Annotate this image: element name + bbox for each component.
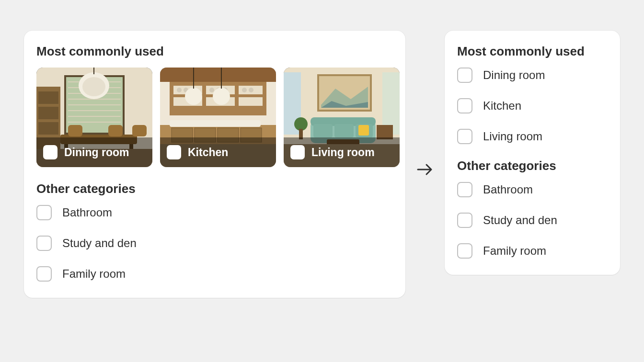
list-item-label: Family room	[483, 244, 546, 258]
svg-point-43	[213, 88, 230, 105]
section-title-other: Other categories	[36, 181, 393, 196]
list-item-bathroom[interactable]: Bathroom	[457, 182, 608, 197]
svg-rect-12	[38, 91, 58, 104]
checkbox-bathroom[interactable]	[36, 205, 52, 220]
section-title-common: Most commonly used	[457, 44, 608, 59]
svg-point-34	[177, 88, 182, 92]
checkbox-living-room[interactable]	[457, 129, 472, 144]
svg-rect-22	[108, 125, 123, 136]
svg-rect-62	[358, 125, 369, 136]
list-item-label: Family room	[62, 267, 126, 281]
list-item-study-and-den[interactable]: Study and den	[36, 236, 393, 251]
list-item-family-room[interactable]: Family room	[457, 243, 608, 259]
svg-rect-13	[38, 107, 58, 119]
svg-point-16	[82, 77, 105, 96]
checkbox-family-room[interactable]	[36, 266, 52, 282]
checkbox-dining-room[interactable]	[43, 145, 58, 159]
thumbnail-dining-room[interactable]: Dining room	[36, 68, 152, 167]
section-title-other: Other categories	[457, 158, 608, 173]
common-categories-list: Dining room Kitchen Living room	[457, 68, 608, 144]
thumbnail-label: Living room	[311, 146, 375, 159]
thumbnail-label: Kitchen	[188, 146, 228, 159]
list-item-study-and-den[interactable]: Study and den	[457, 213, 608, 228]
list-item-label: Study and den	[483, 214, 557, 227]
checkbox-study-and-den[interactable]	[457, 213, 472, 228]
checkbox-dining-room[interactable]	[457, 68, 472, 83]
card-plain-list: Most commonly used Dining room Kitchen L…	[445, 31, 620, 275]
checkbox-living-room[interactable]	[290, 145, 305, 159]
arrow-icon	[417, 31, 433, 308]
svg-point-42	[185, 88, 202, 105]
list-item-family-room[interactable]: Family room	[36, 266, 393, 282]
list-item-label: Kitchen	[483, 99, 521, 113]
checkbox-kitchen[interactable]	[167, 145, 181, 159]
svg-point-65	[294, 117, 308, 131]
thumbnail-kitchen[interactable]: Kitchen	[160, 68, 276, 167]
list-item-living-room[interactable]: Living room	[457, 129, 608, 144]
thumbnail-overlay: Living room	[284, 137, 400, 167]
checkbox-study-and-den[interactable]	[36, 236, 52, 251]
checkbox-bathroom[interactable]	[457, 182, 472, 197]
thumbnail-overlay: Dining room	[36, 137, 152, 167]
list-item-dining-room[interactable]: Dining room	[457, 68, 608, 83]
svg-rect-23	[132, 125, 147, 136]
thumbnail-label: Dining room	[64, 146, 129, 159]
list-item-label: Dining room	[483, 68, 545, 82]
svg-rect-26	[160, 68, 276, 82]
other-categories-list: Bathroom Study and den Family room	[457, 182, 608, 259]
other-categories-list: Bathroom Study and den Family room	[36, 205, 393, 282]
svg-rect-33	[239, 97, 263, 106]
list-item-label: Bathroom	[62, 206, 112, 219]
svg-rect-21	[68, 125, 82, 136]
svg-rect-14	[38, 122, 58, 135]
svg-rect-59	[313, 124, 333, 137]
list-item-bathroom[interactable]: Bathroom	[36, 205, 393, 220]
svg-point-40	[242, 88, 247, 92]
svg-rect-60	[334, 124, 354, 137]
list-item-label: Living room	[483, 130, 542, 143]
section-title-common: Most commonly used	[36, 44, 393, 59]
list-item-label: Bathroom	[483, 183, 533, 196]
thumbnail-row: Dining room	[36, 68, 393, 167]
checkbox-kitchen[interactable]	[457, 98, 472, 113]
svg-point-41	[249, 88, 253, 92]
thumbnail-overlay: Kitchen	[160, 137, 276, 167]
thumbnail-living-room[interactable]: Living room	[284, 68, 400, 167]
checkbox-family-room[interactable]	[457, 243, 472, 259]
card-with-thumbnails: Most commonly used	[24, 31, 405, 298]
list-item-kitchen[interactable]: Kitchen	[457, 98, 608, 113]
list-item-label: Study and den	[62, 237, 137, 250]
svg-rect-47	[170, 120, 261, 127]
svg-point-37	[209, 88, 214, 92]
